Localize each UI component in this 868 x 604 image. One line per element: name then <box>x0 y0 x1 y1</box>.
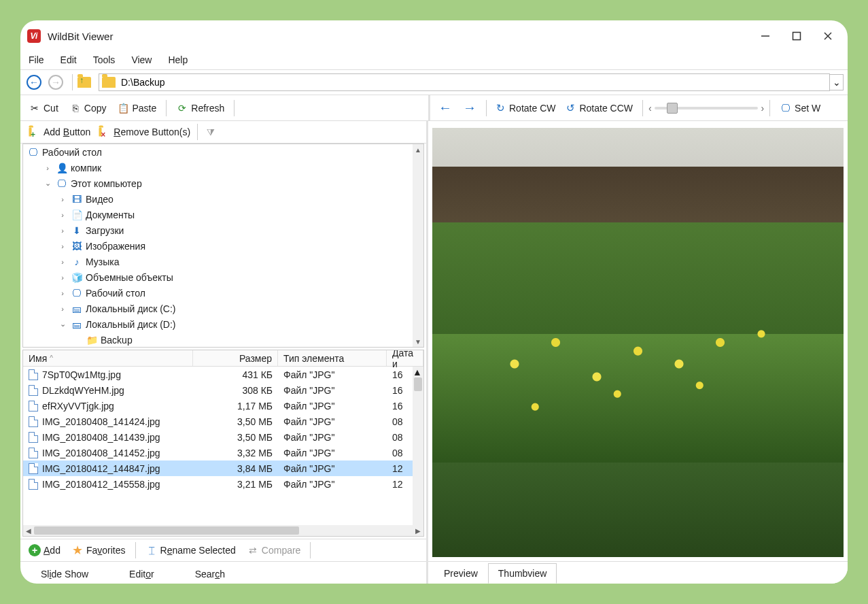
menu-view[interactable]: View <box>128 53 154 67</box>
rename-selected-button[interactable]: ⌶ Rename Selected <box>141 542 240 558</box>
main-toolbar-row: ✂ Cut ⎘ Copy 📋 Paste ⟳ Refresh ← → ↻ <box>20 95 848 121</box>
set-wallpaper-button[interactable]: 🖵 Set W <box>776 100 824 116</box>
expander-icon[interactable]: › <box>57 227 68 235</box>
rotate-cw-button[interactable]: ↻ Rotate CW <box>492 100 559 116</box>
tree-item[interactable]: › 🖵 Рабочий стол <box>23 285 413 301</box>
tree-item[interactable]: 📁 Backup <box>23 332 413 347</box>
paste-button[interactable]: 📋 Paste <box>113 100 160 116</box>
remove-buttons-button[interactable]: × Remove Button(s) <box>94 124 194 140</box>
col-date[interactable]: Дата и <box>387 350 423 366</box>
tree-item[interactable]: › 🖴 Локальный диск (C:) <box>23 301 413 316</box>
tree-item[interactable]: › 👤 компик <box>23 160 413 175</box>
path-dropdown-button[interactable]: ⌄ <box>830 74 844 90</box>
file-row[interactable]: IMG_20180412_145558.jpg 3,21 МБ Файл "JP… <box>23 476 413 492</box>
folder-up-button[interactable]: ↑ <box>77 73 96 92</box>
path-input[interactable] <box>120 76 827 88</box>
titlebar: Vi WildBit Viewer <box>20 20 848 50</box>
tab-thumbview[interactable]: Thumbview <box>488 563 557 584</box>
tree-item[interactable]: ⌄ 🖵 Этот компьютер <box>23 175 413 191</box>
tree-scrollbar[interactable]: ▲ ▼ <box>413 144 423 347</box>
slider-left-arrow[interactable]: ‹ <box>648 103 652 114</box>
file-row[interactable]: DLzkdqWYeHM.jpg 308 КБ Файл "JPG" 16 <box>23 382 413 398</box>
scroll-track[interactable] <box>34 525 413 536</box>
scroll-down-icon[interactable]: ▼ <box>413 336 423 347</box>
scroll-thumb[interactable] <box>34 526 299 535</box>
add-button[interactable]: + Add <box>24 542 65 558</box>
app-title: WildBit Viewer <box>48 31 113 42</box>
path-box[interactable] <box>99 73 830 91</box>
tree-item[interactable]: ⌄ 🖴 Локальный диск (D:) <box>23 316 413 332</box>
file-list-vscrollbar[interactable]: ▲ ▼ <box>413 367 423 525</box>
folder-tree: 🖵 Рабочий стол › 👤 компик ⌄ 🖵 Этот компь… <box>22 144 424 348</box>
favorites-button[interactable]: ★ Favorites <box>67 542 130 558</box>
tree-root[interactable]: 🖵 Рабочий стол <box>23 144 413 160</box>
tab-editor[interactable]: Editor <box>122 565 161 584</box>
tree-item[interactable]: › 🎞 Видео <box>23 191 413 207</box>
tree-body[interactable]: 🖵 Рабочий стол › 👤 компик ⌄ 🖵 Этот компь… <box>23 144 413 347</box>
maximize-button[interactable] <box>781 26 812 46</box>
file-list-hscrollbar[interactable]: ◀ ▶ <box>23 525 423 536</box>
file-row[interactable]: IMG_20180408_141452.jpg 3,32 МБ Файл "JP… <box>23 445 413 460</box>
expander-icon[interactable]: › <box>57 305 68 313</box>
folder-icon <box>102 77 116 88</box>
scroll-thumb[interactable] <box>414 378 422 391</box>
tab-slideshow[interactable]: Slide Show <box>34 565 95 584</box>
file-row[interactable]: efRXyVVTjgk.jpg 1,17 МБ Файл "JPG" 16 <box>23 398 413 414</box>
scroll-up-icon[interactable]: ▲ <box>413 144 423 155</box>
rotate-ccw-button[interactable]: ↺ Rotate CCW <box>562 100 637 116</box>
file-size: 308 КБ <box>193 385 278 396</box>
add-button-button[interactable]: + Add Button <box>24 124 94 140</box>
folder-icon: 📁 <box>86 334 98 346</box>
tree-item[interactable]: › 📄 Документы <box>23 207 413 222</box>
slider-track[interactable] <box>655 107 759 110</box>
expander-icon[interactable]: › <box>57 289 68 297</box>
expander-icon[interactable]: › <box>42 164 53 172</box>
file-row[interactable]: IMG_20180408_141424.jpg 3,50 МБ Файл "JP… <box>23 414 413 429</box>
file-row[interactable]: IMG_20180412_144847.jpg 3,84 МБ Файл "JP… <box>23 460 413 476</box>
menu-help[interactable]: Help <box>165 53 190 67</box>
menu-tools[interactable]: Tools <box>90 53 118 67</box>
next-image-button[interactable]: → <box>459 98 481 118</box>
tree-item[interactable]: › 🧊 Объемные объекты <box>23 269 413 285</box>
compare-button[interactable]: ⇄ Compare <box>243 542 305 558</box>
nav-back-button[interactable]: ← <box>24 73 44 92</box>
zoom-slider[interactable]: ‹ › <box>648 103 764 114</box>
expander-icon[interactable]: › <box>57 242 68 250</box>
col-size[interactable]: Размер <box>193 350 278 366</box>
scroll-left-icon[interactable]: ◀ <box>23 525 34 536</box>
menu-edit[interactable]: Edit <box>58 53 80 67</box>
scroll-right-icon[interactable]: ▶ <box>413 525 423 536</box>
separator <box>769 100 770 116</box>
cut-button[interactable]: ✂ Cut <box>24 100 63 116</box>
expander-icon[interactable]: › <box>57 195 68 203</box>
file-size: 3,21 МБ <box>193 479 278 490</box>
expander-icon[interactable]: ⌄ <box>57 320 68 329</box>
col-name[interactable]: Имя ^ <box>23 350 193 366</box>
folder-x-icon: × <box>99 126 111 138</box>
expander-icon[interactable]: › <box>57 211 68 219</box>
nav-forward-button[interactable]: → <box>46 73 65 92</box>
col-type[interactable]: Тип элемента <box>278 350 387 366</box>
scroll-up-icon[interactable]: ▲ <box>413 367 423 378</box>
tree-item[interactable]: › 🖼 Изображения <box>23 238 413 254</box>
minimize-button[interactable] <box>750 26 781 46</box>
expander-icon[interactable]: › <box>57 258 68 266</box>
close-button[interactable] <box>812 26 844 46</box>
file-row[interactable]: 7SpT0Qw1Mtg.jpg 431 КБ Файл "JPG" 16 <box>23 367 413 382</box>
file-row[interactable]: IMG_20180408_141439.jpg 3,50 МБ Файл "JP… <box>23 429 413 445</box>
expander-icon[interactable]: ⌄ <box>42 179 53 188</box>
expander-icon[interactable]: › <box>57 273 68 282</box>
tab-preview[interactable]: Preview <box>434 563 488 584</box>
filter-button[interactable]: ⧩ <box>201 124 221 140</box>
preview-area[interactable] <box>428 121 848 561</box>
copy-button[interactable]: ⎘ Copy <box>65 100 111 116</box>
tree-item[interactable]: › ♪ Музыка <box>23 254 413 269</box>
menu-file[interactable]: File <box>26 53 47 67</box>
tab-search[interactable]: Search <box>188 565 232 584</box>
prev-image-button[interactable]: ← <box>434 98 456 118</box>
refresh-button[interactable]: ⟳ Refresh <box>172 100 228 116</box>
slider-thumb[interactable] <box>667 103 678 114</box>
tree-item[interactable]: › ⬇ Загрузки <box>23 222 413 238</box>
slider-right-arrow[interactable]: › <box>761 103 764 114</box>
scroll-track[interactable] <box>413 155 423 336</box>
